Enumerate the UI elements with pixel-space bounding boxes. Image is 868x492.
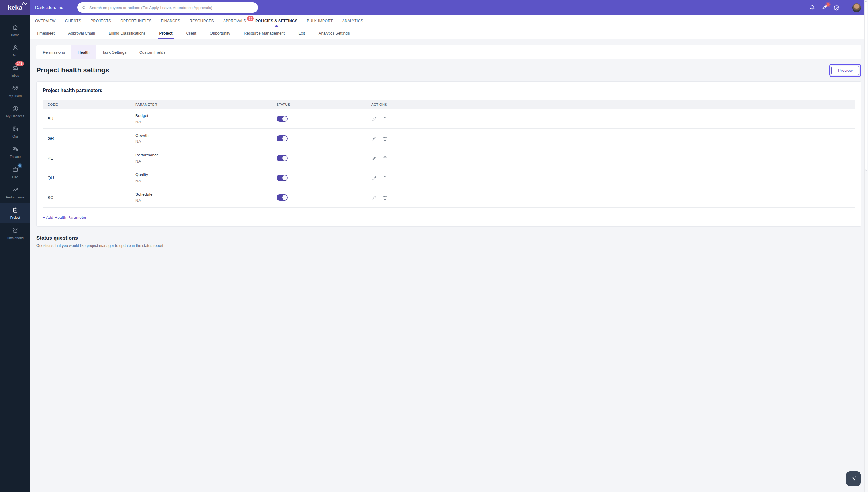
top-header: Darksiders Inc bbox=[30, 0, 434, 15]
edit-icon[interactable] bbox=[371, 155, 377, 161]
subnav-item-analytics-settings[interactable]: Analytics Settings bbox=[318, 27, 350, 39]
parameter-name: Growth bbox=[135, 132, 272, 139]
nav-item-finances[interactable]: FINANCES bbox=[161, 15, 180, 27]
parameter-code: SC bbox=[43, 195, 130, 200]
table-body: BU Budget NA bbox=[43, 109, 434, 207]
tab-permissions[interactable]: Permissions bbox=[36, 45, 72, 59]
nav-item-opportunities[interactable]: OPPORTUNITIES bbox=[120, 15, 151, 27]
toggle-knob bbox=[282, 136, 287, 141]
column-header-actions: ACTIONS bbox=[366, 103, 434, 106]
table-row-growth: GR Growth NA bbox=[43, 129, 434, 148]
status-toggle[interactable] bbox=[277, 155, 288, 161]
nav-item-policies-settings[interactable]: POLICIES & SETTINGS bbox=[255, 15, 298, 27]
parameter-code: BU bbox=[43, 116, 130, 121]
parameters-table: CODE PARAMETER STATUS ACTIONS BU Budget … bbox=[43, 100, 434, 227]
column-header-parameter: PARAMETER bbox=[130, 103, 272, 106]
delete-icon[interactable] bbox=[382, 116, 388, 122]
delete-icon[interactable] bbox=[382, 136, 388, 142]
nav-item-overview[interactable]: OVERVIEW bbox=[35, 15, 56, 27]
edit-icon[interactable] bbox=[371, 136, 377, 142]
logo-spark-icon bbox=[22, 1, 27, 5]
parameter-code: PE bbox=[43, 156, 130, 161]
search-input[interactable] bbox=[90, 5, 254, 10]
parameter-value: NA bbox=[135, 178, 272, 184]
delete-icon[interactable] bbox=[382, 175, 388, 181]
subnav-item-approval-chain[interactable]: Approval Chain bbox=[68, 27, 95, 39]
toggle-knob bbox=[282, 175, 287, 180]
parameter-value: NA bbox=[135, 198, 272, 204]
status-questions-title: Status questions bbox=[36, 235, 434, 241]
table-row-quality: QU Quality NA bbox=[43, 168, 434, 188]
card-title: Project health parameters bbox=[43, 88, 434, 93]
sidebar-item-hire[interactable]: Hire bbox=[0, 162, 30, 182]
column-header-status: STATUS bbox=[272, 103, 366, 106]
sidebar-item-my-team[interactable]: My Team bbox=[0, 81, 30, 101]
status-toggle[interactable] bbox=[277, 195, 288, 201]
sidebar-item-time-attend[interactable]: Time Attend bbox=[0, 223, 30, 243]
status-toggle[interactable] bbox=[277, 136, 288, 142]
company-name: Darksiders Inc bbox=[35, 5, 63, 10]
table-header: CODE PARAMETER STATUS ACTIONS bbox=[43, 100, 434, 109]
status-toggle[interactable] bbox=[277, 175, 288, 181]
search-icon bbox=[81, 5, 86, 10]
parameter-code: QU bbox=[43, 175, 130, 180]
status-questions-subtitle: Questions that you would like project ma… bbox=[36, 244, 434, 246]
delete-icon[interactable] bbox=[382, 155, 388, 161]
nav-item-clients[interactable]: CLIENTS bbox=[65, 15, 81, 27]
nav-item-approvals[interactable]: APPROVALS 23 bbox=[223, 15, 246, 27]
subnav-item-billing-classifications[interactable]: Billing Classifications bbox=[109, 27, 145, 39]
status-questions-section: Status questions Questions that you woul… bbox=[36, 235, 434, 246]
page-title: Project health settings bbox=[36, 66, 109, 74]
hire-notification-dot bbox=[19, 164, 21, 167]
sidebar-item-my-finances[interactable]: My Finances bbox=[0, 101, 30, 122]
nav-item-analytics[interactable]: ANALYTICS bbox=[342, 15, 363, 27]
subnav-item-client[interactable]: Client bbox=[186, 27, 196, 39]
settings-subnav: Timesheet Approval Chain Billing Classif… bbox=[30, 27, 434, 40]
health-tabs: Permissions Health Task Settings Custom … bbox=[36, 45, 434, 59]
parameter-code: GR bbox=[43, 136, 130, 141]
sidebar-item-performance[interactable]: Performance bbox=[0, 182, 30, 203]
subnav-item-opportunity[interactable]: Opportunity bbox=[210, 27, 230, 39]
parameter-name: Quality bbox=[135, 171, 272, 178]
nav-item-bulk-import[interactable]: BULK IMPORT bbox=[307, 15, 333, 27]
parameter-name: Performance bbox=[135, 152, 272, 158]
subnav-item-project[interactable]: Project bbox=[159, 27, 173, 39]
global-search[interactable] bbox=[77, 2, 258, 13]
main-nav: OVERVIEW CLIENTS PROJECTS OPPORTUNITIES … bbox=[30, 15, 434, 27]
subnav-item-exit[interactable]: Exit bbox=[298, 27, 305, 39]
health-parameters-card: Project health parameters CODE PARAMETER… bbox=[36, 81, 434, 227]
edit-icon[interactable] bbox=[371, 175, 377, 181]
toggle-knob bbox=[282, 116, 287, 121]
sidebar-item-home[interactable]: Home bbox=[0, 20, 30, 40]
table-row-performance: PE Performance NA bbox=[43, 148, 434, 168]
column-header-code: CODE bbox=[43, 103, 130, 106]
sidebar-item-org[interactable]: Org bbox=[0, 122, 30, 142]
sidebar: Home Me 141 Inbox My bbox=[0, 15, 30, 246]
tab-health[interactable]: Health bbox=[72, 45, 96, 59]
nav-item-projects[interactable]: PROJECTS bbox=[91, 15, 111, 27]
add-health-parameter-link[interactable]: + Add Health Parameter bbox=[43, 215, 86, 220]
sidebar-item-project[interactable]: Project bbox=[0, 203, 30, 223]
sidebar-item-me[interactable]: Me bbox=[0, 40, 30, 60]
edit-icon[interactable] bbox=[371, 116, 377, 122]
keka-logo[interactable]: keka bbox=[0, 0, 30, 15]
sidebar-item-engage[interactable]: Engage bbox=[0, 142, 30, 162]
active-nav-caret-icon bbox=[274, 25, 279, 27]
parameter-name: Schedule bbox=[135, 191, 272, 198]
subnav-item-resource-management[interactable]: Resource Management bbox=[244, 27, 285, 39]
toggle-knob bbox=[282, 195, 287, 200]
status-toggle[interactable] bbox=[277, 116, 288, 122]
toggle-knob bbox=[282, 156, 287, 161]
table-row-budget: BU Budget NA bbox=[43, 109, 434, 129]
parameter-name: Budget bbox=[135, 113, 272, 119]
subnav-item-timesheet[interactable]: Timesheet bbox=[36, 27, 54, 39]
delete-icon[interactable] bbox=[382, 195, 388, 201]
nav-item-resources[interactable]: RESOURCES bbox=[189, 15, 214, 27]
tab-custom-fields[interactable]: Custom Fields bbox=[133, 45, 172, 59]
logo-text: keka bbox=[8, 4, 22, 11]
parameter-value: NA bbox=[135, 139, 272, 145]
edit-icon[interactable] bbox=[371, 195, 377, 201]
sidebar-item-inbox[interactable]: 141 Inbox bbox=[0, 60, 30, 81]
tab-task-settings[interactable]: Task Settings bbox=[96, 45, 133, 59]
main-content: Permissions Health Task Settings Custom … bbox=[30, 40, 434, 246]
